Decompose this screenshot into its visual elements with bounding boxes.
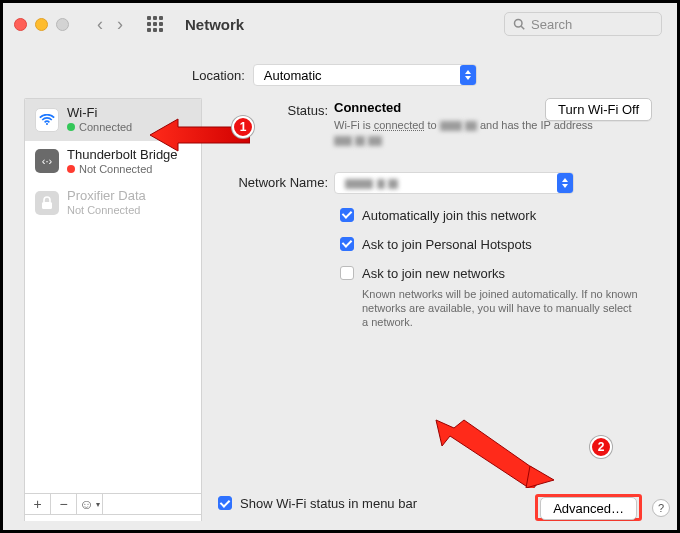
preferences-window: ‹ › Network Search Location: Automatic [0, 0, 680, 533]
zoom-window-button[interactable] [56, 18, 69, 31]
service-actions-menu[interactable]: ☺︎▾ [77, 494, 103, 514]
status-dot-icon [67, 165, 75, 173]
network-name-value [345, 175, 398, 190]
sidebar-toolbar: + − ☺︎▾ [24, 493, 202, 515]
show-all-prefs-button[interactable] [147, 16, 163, 32]
sidebar-item-status: Not Connected [67, 204, 146, 217]
minimize-window-button[interactable] [35, 18, 48, 31]
sidebar-item-thunderbolt[interactable]: ‹·› Thunderbolt Bridge Not Connected [25, 141, 201, 183]
search-icon [513, 18, 525, 30]
nav-buttons: ‹ › [97, 15, 123, 33]
svg-point-2 [46, 123, 48, 125]
svg-point-0 [515, 20, 523, 28]
status-row: Status: Connected Wi-Fi is connected to … [216, 100, 660, 148]
annotation-badge-2: 2 [590, 436, 612, 458]
sidebar-item-wifi[interactable]: Wi-Fi Connected [25, 99, 201, 141]
auto-join-row: Automatically join this network [340, 208, 660, 223]
location-select[interactable]: Automatic [253, 64, 477, 86]
annotation-highlight-2: Advanced… [535, 494, 642, 521]
search-placeholder: Search [531, 17, 572, 32]
window-controls [14, 18, 69, 31]
close-window-button[interactable] [14, 18, 27, 31]
footer-row: Show Wi-Fi status in menu bar Advanced… … [216, 490, 660, 517]
svg-rect-3 [42, 202, 52, 209]
auto-join-label: Automatically join this network [362, 208, 536, 223]
help-button[interactable]: ? [652, 499, 670, 517]
location-row: Location: Automatic [0, 48, 680, 98]
ask-new-hint: Known networks will be joined automatica… [362, 287, 640, 330]
show-status-label: Show Wi-Fi status in menu bar [240, 496, 417, 511]
search-field[interactable]: Search [504, 12, 662, 36]
network-services-list: Wi-Fi Connected ‹·› Thunderbolt Bridge N… [24, 98, 202, 521]
thunderbolt-icon: ‹·› [35, 149, 59, 173]
forward-button[interactable]: › [117, 15, 123, 33]
ask-new-label: Ask to join new networks [362, 266, 505, 281]
network-name-label: Network Name: [216, 172, 334, 190]
ask-hotspot-checkbox[interactable] [340, 237, 354, 251]
sidebar-item-proxifier[interactable]: Proxifier Data Not Connected [25, 182, 201, 224]
sidebar-item-title: Proxifier Data [67, 189, 146, 204]
ask-new-checkbox[interactable] [340, 266, 354, 280]
show-status-checkbox[interactable] [218, 496, 232, 510]
dropdown-arrows-icon [460, 65, 476, 85]
advanced-button[interactable]: Advanced… [540, 497, 637, 520]
network-name-select[interactable] [334, 172, 574, 194]
status-dot-icon [67, 123, 75, 131]
auto-join-checkbox[interactable] [340, 208, 354, 222]
window-title: Network [185, 16, 244, 33]
sidebar-item-text: Wi-Fi Connected [67, 106, 132, 134]
back-button[interactable]: ‹ [97, 15, 103, 33]
settings-panel: Status: Connected Wi-Fi is connected to … [216, 98, 660, 521]
dropdown-arrows-icon [557, 173, 573, 193]
ask-hotspot-row: Ask to join Personal Hotspots [340, 237, 660, 252]
ask-new-row: Ask to join new networks [340, 266, 660, 281]
wifi-icon [35, 108, 59, 132]
network-name-row: Network Name: [216, 172, 660, 194]
annotation-badge-1: 1 [232, 116, 254, 138]
main-area: Wi-Fi Connected ‹·› Thunderbolt Bridge N… [0, 98, 680, 531]
sidebar-item-text: Thunderbolt Bridge Not Connected [67, 148, 178, 176]
sidebar-item-text: Proxifier Data Not Connected [67, 189, 146, 217]
turn-wifi-off-button[interactable]: Turn Wi-Fi Off [545, 98, 652, 121]
remove-service-button[interactable]: − [51, 494, 77, 514]
sidebar-item-status: Connected [67, 121, 132, 134]
titlebar: ‹ › Network Search [0, 0, 680, 48]
status-label: Status: [216, 100, 334, 118]
location-label: Location: [192, 68, 245, 83]
status-subtext: Wi-Fi is connected to and has the IP add… [334, 118, 660, 148]
location-value: Automatic [264, 68, 322, 83]
add-service-button[interactable]: + [25, 494, 51, 514]
sidebar-item-title: Wi-Fi [67, 106, 132, 121]
advanced-button-wrap: Advanced… [535, 497, 642, 520]
lock-icon [35, 191, 59, 215]
sidebar-item-title: Thunderbolt Bridge [67, 148, 178, 163]
sidebar-item-status: Not Connected [67, 163, 178, 176]
svg-line-1 [521, 26, 524, 29]
ask-hotspot-label: Ask to join Personal Hotspots [362, 237, 532, 252]
sidebar-toolbar-spacer [103, 494, 201, 514]
status-value: Connected [334, 100, 401, 115]
